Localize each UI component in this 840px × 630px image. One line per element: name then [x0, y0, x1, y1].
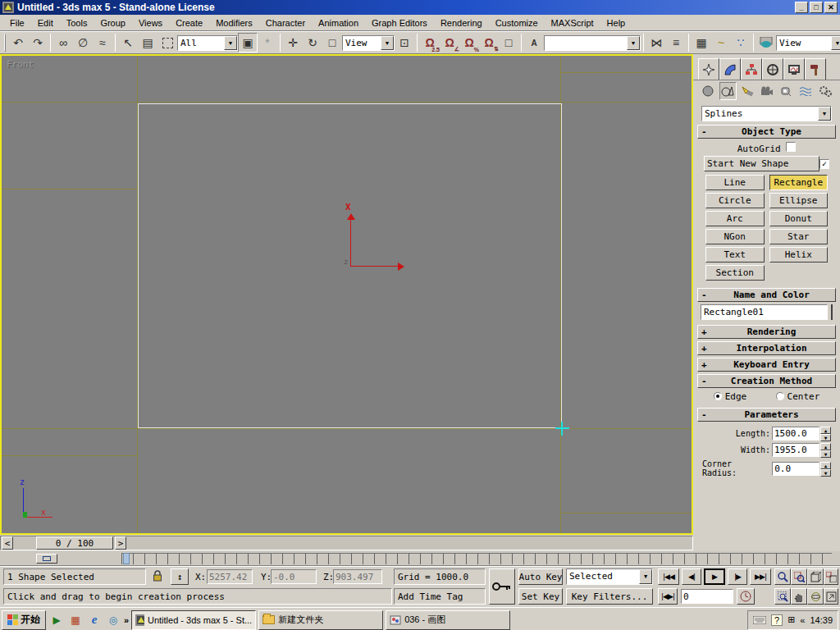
time-slider-handle[interactable]: 0 / 100	[36, 536, 113, 550]
key-filters-button[interactable]: Key Filters...	[566, 588, 653, 605]
zoom-all-button[interactable]	[791, 568, 807, 585]
tab-motion[interactable]	[762, 58, 783, 80]
interpolation-header[interactable]: + Interpolation	[697, 341, 836, 355]
transform-type-in-button[interactable]: ↕	[171, 568, 189, 585]
keyboard-icon[interactable]	[753, 616, 766, 624]
zoom-extents-button[interactable]	[807, 568, 824, 585]
play-button[interactable]: ▶	[704, 568, 725, 585]
named-selection-sets-button[interactable]: □	[499, 33, 518, 52]
set-key-toggle-button[interactable]	[489, 568, 515, 605]
key-filter-selection-dropdown[interactable]: Selected ▼	[566, 568, 653, 585]
length-spinner[interactable]: ▲▼	[820, 427, 831, 441]
select-and-manipulate-button[interactable]: *	[258, 33, 277, 52]
angle-snap-button[interactable]: Ω∠	[440, 33, 459, 52]
menu-tools[interactable]: Tools	[60, 16, 94, 30]
menu-group[interactable]: Group	[94, 16, 132, 30]
taskbar-item-3dsmax[interactable]: Untitled - 3ds max 5 - St...	[131, 610, 256, 630]
edge-radio[interactable]: Edge	[714, 391, 747, 402]
next-frame-button[interactable]: |▶	[728, 568, 747, 585]
auto-key-button[interactable]: Auto Key	[518, 568, 563, 585]
curve-editor-button[interactable]: ~	[711, 33, 731, 52]
shape-button-ngon[interactable]: NGon	[705, 229, 765, 244]
center-radio[interactable]: Center	[776, 391, 820, 402]
shape-button-donut[interactable]: Donut	[769, 211, 829, 226]
subtab-lights[interactable]	[739, 82, 756, 100]
menu-edit[interactable]: Edit	[31, 16, 60, 30]
select-by-name-button[interactable]: ▤	[138, 33, 158, 52]
percent-snap-button[interactable]: Ω%	[459, 33, 479, 52]
menu-help[interactable]: Help	[600, 16, 632, 30]
y-coord-field[interactable]	[271, 569, 317, 584]
select-and-link-button[interactable]: ∞	[53, 33, 73, 52]
minimize-button[interactable]: _	[795, 2, 808, 13]
select-and-move-button[interactable]: ✛	[283, 33, 303, 52]
start-button[interactable]: 开始	[2, 610, 46, 630]
subtab-systems[interactable]	[816, 82, 833, 100]
width-input[interactable]	[772, 443, 819, 457]
tab-create[interactable]	[698, 58, 719, 80]
quicklaunch-chevron[interactable]: »	[124, 615, 129, 625]
zoom-extents-all-button[interactable]	[824, 568, 838, 585]
shape-button-ellipse[interactable]: Ellipse	[769, 193, 829, 208]
go-to-start-button[interactable]: |◀◀	[658, 568, 679, 585]
quicklaunch-internet-explorer[interactable]: e	[86, 612, 103, 628]
shape-button-line[interactable]: Line	[705, 175, 765, 190]
restore-button[interactable]: □	[810, 2, 823, 13]
close-button[interactable]: ✕	[824, 2, 838, 13]
start-new-shape-button[interactable]: Start New Shape	[704, 156, 819, 171]
selection-lock-toggle[interactable]	[153, 570, 162, 585]
arc-rotate-button[interactable]	[807, 588, 824, 605]
menu-create[interactable]: Create	[169, 16, 209, 30]
corner-radius-input[interactable]	[772, 462, 819, 476]
pan-button[interactable]	[791, 588, 807, 605]
object-name-input[interactable]	[701, 304, 828, 320]
bind-to-space-warp-button[interactable]: ≈	[93, 33, 112, 52]
select-and-scale-button[interactable]: □	[322, 33, 342, 52]
parameters-header[interactable]: - Parameters	[697, 408, 836, 422]
zoom-button[interactable]	[774, 568, 791, 585]
schematic-view-button[interactable]: ∵	[731, 33, 751, 52]
tab-modify[interactable]	[719, 58, 741, 80]
quicklaunch-media-player[interactable]: ▶	[48, 612, 65, 628]
subtab-cameras[interactable]	[758, 82, 775, 100]
tab-utilities[interactable]	[805, 58, 826, 80]
taskbar-item-paint[interactable]: 036 - 画图	[386, 610, 510, 630]
quicklaunch-desktop[interactable]: ▦	[67, 612, 84, 628]
menu-maxscript[interactable]: MAXScript	[545, 16, 600, 30]
previous-frame-button[interactable]: ◀|	[682, 568, 701, 585]
shape-button-section[interactable]: Section	[705, 265, 765, 281]
shape-button-rectangle[interactable]: Rectangle	[769, 175, 829, 190]
keyboard-entry-header[interactable]: + Keyboard Entry	[697, 358, 836, 372]
subtab-geometry[interactable]	[700, 82, 717, 100]
menu-rendering[interactable]: Rendering	[434, 16, 489, 30]
quicklaunch-messenger[interactable]: ◎	[105, 612, 121, 628]
use-pivot-point-button[interactable]: ⊡	[395, 33, 414, 52]
layer-manager-button[interactable]: ▦	[692, 33, 711, 52]
reference-coordinate-dropdown[interactable]: View ▼	[342, 35, 395, 51]
render-viewport-dropdown[interactable]: View ▼	[776, 35, 840, 51]
named-selection-dropdown[interactable]: ▼	[544, 35, 641, 51]
creation-method-header[interactable]: - Creation Method	[697, 374, 836, 388]
menu-views[interactable]: Views	[132, 16, 169, 30]
selection-filter-dropdown[interactable]: All ▼	[177, 35, 238, 51]
selection-region-button[interactable]	[158, 33, 177, 52]
unlink-selection-button[interactable]: ∅	[73, 33, 93, 52]
region-zoom-button[interactable]	[774, 588, 791, 605]
tray-chevron[interactable]: «	[800, 615, 805, 625]
viewport-front[interactable]: Front X z z x	[0, 54, 693, 535]
current-frame-field[interactable]	[681, 589, 733, 604]
time-prev-button[interactable]: <	[2, 536, 13, 550]
viewport-label[interactable]: Front	[7, 59, 34, 70]
select-object-button[interactable]: ↖	[118, 33, 138, 52]
menu-animation[interactable]: Animation	[312, 16, 365, 30]
shape-category-dropdown[interactable]: Splines ▼	[701, 106, 832, 121]
mirror-button[interactable]: ⋈	[646, 33, 666, 52]
z-coord-field[interactable]	[333, 569, 382, 584]
render-scene-button[interactable]	[756, 33, 776, 52]
go-to-end-button[interactable]: ▶▶|	[750, 568, 771, 585]
spinner-snap-button[interactable]: Ω⇅	[479, 33, 499, 52]
object-color-swatch[interactable]	[831, 304, 833, 320]
key-mode-toggle-button[interactable]: |◀▶|	[658, 588, 678, 605]
autogrid-checkbox[interactable]	[786, 142, 796, 152]
current-frame-marker[interactable]	[123, 553, 130, 564]
